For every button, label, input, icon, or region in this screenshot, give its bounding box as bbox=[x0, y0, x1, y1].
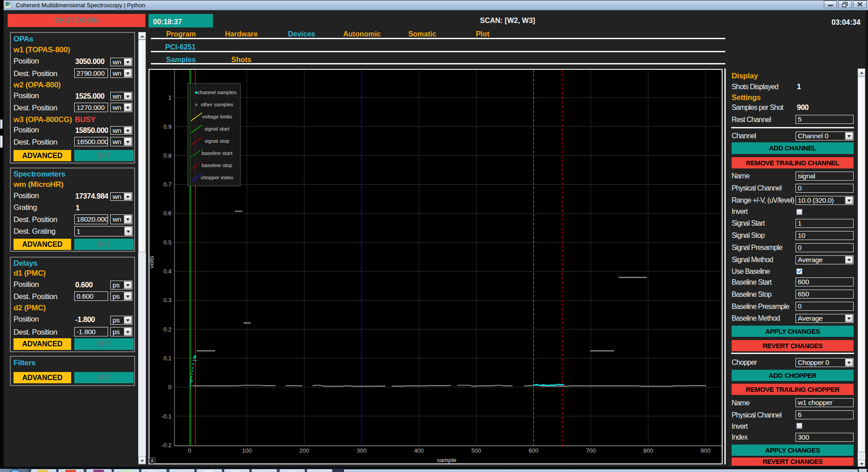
svg-text:sample: sample bbox=[437, 457, 457, 463]
svg-text:0: 0 bbox=[168, 384, 172, 390]
svg-text:0.9: 0.9 bbox=[163, 123, 172, 130]
svg-text:100: 100 bbox=[242, 447, 252, 454]
svg-text:0.3: 0.3 bbox=[163, 297, 172, 304]
svg-text:signal stop: signal stop bbox=[205, 138, 230, 144]
svg-text:800: 800 bbox=[643, 447, 653, 454]
svg-text:1: 1 bbox=[168, 94, 172, 101]
svg-text:0.8: 0.8 bbox=[163, 152, 172, 159]
svg-text:0.7: 0.7 bbox=[163, 181, 172, 188]
svg-text:0.2: 0.2 bbox=[163, 326, 172, 333]
svg-text:500: 500 bbox=[471, 447, 481, 454]
svg-text:200: 200 bbox=[299, 447, 309, 454]
svg-text:other samples: other samples bbox=[201, 102, 233, 107]
svg-text:0.5: 0.5 bbox=[163, 239, 172, 246]
svg-text:300: 300 bbox=[357, 447, 366, 454]
svg-text:channel samples: channel samples bbox=[198, 90, 237, 95]
svg-text:0.1: 0.1 bbox=[163, 355, 172, 362]
svg-text:chopper index: chopper index bbox=[201, 175, 233, 180]
svg-text:-0.1: -0.1 bbox=[162, 413, 172, 420]
svg-text:0.6: 0.6 bbox=[163, 210, 172, 217]
svg-text:600: 600 bbox=[529, 447, 538, 454]
svg-text:baseline start: baseline start bbox=[202, 150, 233, 156]
svg-text:700: 700 bbox=[586, 447, 596, 454]
svg-text:900: 900 bbox=[701, 447, 710, 454]
svg-text:signal start: signal start bbox=[204, 126, 230, 132]
svg-text:400: 400 bbox=[414, 447, 424, 454]
svg-text:baseline stop: baseline stop bbox=[202, 163, 232, 168]
svg-text:voltage limits: voltage limits bbox=[202, 114, 232, 119]
svg-text:volts: volts bbox=[149, 256, 155, 268]
svg-text:0.4: 0.4 bbox=[163, 268, 172, 275]
svg-text:0: 0 bbox=[188, 447, 191, 454]
svg-text:-0.2: -0.2 bbox=[162, 442, 172, 449]
